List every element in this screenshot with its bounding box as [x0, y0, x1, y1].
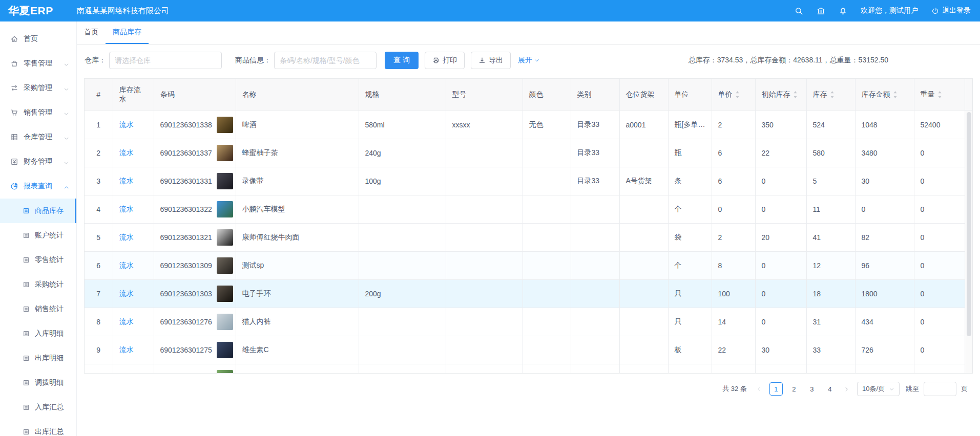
- vertical-scrollbar[interactable]: [965, 79, 972, 373]
- print-button[interactable]: 打印: [425, 52, 465, 69]
- column-header[interactable]: 库存金额: [855, 79, 914, 111]
- barcode-cell: 6901236301271: [154, 364, 236, 374]
- scrollbar-thumb[interactable]: [967, 112, 971, 336]
- flow-link[interactable]: 流水: [119, 120, 134, 128]
- price-cell: 100: [712, 279, 755, 308]
- row-index: 2: [85, 139, 113, 167]
- amount-cell: 726: [855, 336, 914, 364]
- scrollbar-track[interactable]: [965, 111, 972, 373]
- warehouse-select[interactable]: [109, 52, 222, 69]
- model-cell: [446, 167, 523, 195]
- pagination: 共 32 条123410条/页跳至页: [77, 374, 980, 396]
- stock-cell: 524: [806, 111, 855, 139]
- sidebar-subitem-inbound-summary[interactable]: 入库汇总: [0, 395, 76, 420]
- column-header[interactable]: 库存: [806, 79, 855, 111]
- shelf-cell: [619, 139, 668, 167]
- sidebar-subitem-purchase-stats[interactable]: 采购统计: [0, 272, 76, 297]
- sidebar-subitem-sales-stats[interactable]: 销售统计: [0, 297, 76, 321]
- sort-caret-icon[interactable]: [830, 91, 835, 99]
- price-value: 0: [718, 205, 722, 213]
- search-icon[interactable]: [795, 7, 803, 15]
- home-icon: [10, 35, 18, 43]
- pagination-page-2[interactable]: 2: [787, 382, 801, 396]
- shelf-value: A号货架: [626, 177, 652, 185]
- barcode-value: 6901236301303: [160, 290, 212, 298]
- table-row: 流水6901236301271: [85, 364, 965, 374]
- pagination-page-3[interactable]: 3: [805, 382, 819, 396]
- sidebar-item-sales[interactable]: 销售管理: [0, 100, 76, 125]
- stock-value: 12: [813, 261, 821, 270]
- sidebar-subitem-product-stock[interactable]: 商品库存: [0, 199, 76, 223]
- page-size-select[interactable]: 10条/页: [857, 382, 900, 396]
- sort-caret-icon[interactable]: [735, 91, 740, 99]
- chevron-down-icon: [889, 386, 894, 392]
- sidebar-subitem-retail-stats[interactable]: 零售统计: [0, 248, 76, 272]
- stock-cell: 41: [806, 223, 855, 251]
- tab-product-stock[interactable]: 商品库存: [106, 21, 149, 44]
- column-header[interactable]: 初始库存: [755, 79, 806, 111]
- sort-caret-icon[interactable]: [793, 91, 798, 99]
- pagination-page-4[interactable]: 4: [823, 382, 837, 396]
- sidebar-item-finance[interactable]: 财务管理: [0, 149, 76, 174]
- jump-page-input[interactable]: [924, 382, 956, 396]
- flow-link[interactable]: 流水: [119, 233, 134, 241]
- stock-value: 11: [813, 205, 821, 213]
- search-button[interactable]: 查 询: [385, 52, 419, 69]
- sidebar-subitem-inbound-detail[interactable]: 入库明细: [0, 321, 76, 346]
- bell-icon[interactable]: [839, 7, 847, 15]
- sidebar-item-purchase[interactable]: 采购管理: [0, 76, 76, 100]
- pagination-prev-button[interactable]: [754, 383, 765, 395]
- sidebar-item-home[interactable]: 首页: [0, 27, 76, 51]
- barcode-wrap: 6901236301303: [160, 286, 230, 302]
- sort-caret-icon[interactable]: [893, 91, 898, 99]
- pagination-page-1[interactable]: 1: [769, 382, 783, 396]
- flow-link[interactable]: 流水: [119, 345, 134, 354]
- tab-label: 首页: [84, 28, 98, 37]
- sidebar-subitem-account-stats[interactable]: 账户统计: [0, 223, 76, 248]
- row-index-value: 4: [96, 205, 100, 213]
- flow-link[interactable]: 流水: [119, 148, 134, 157]
- flow-link[interactable]: 流水: [119, 177, 134, 185]
- flow-link[interactable]: 流水: [119, 317, 134, 325]
- column-header[interactable]: 重量: [914, 79, 965, 111]
- logout-button[interactable]: 退出登录: [931, 6, 971, 15]
- column-header-label: 规格: [365, 90, 380, 98]
- download-icon: [478, 57, 486, 64]
- amount-cell: 0: [855, 195, 914, 223]
- sidebar-subitem-label: 入库明细: [35, 329, 64, 338]
- barcode-value: 6901236301276: [160, 318, 212, 326]
- initial-value: 22: [762, 149, 770, 157]
- unit-cell: 只: [668, 308, 712, 336]
- model-cell: [446, 336, 523, 364]
- table-row: 9流水6901236301275维生素C板2230337260: [85, 336, 965, 364]
- sidebar-subitem-transfer-detail[interactable]: 调拨明细: [0, 370, 76, 395]
- expand-toggle[interactable]: 展开: [518, 56, 540, 65]
- flow-cell: 流水: [113, 223, 154, 251]
- flow-link[interactable]: 流水: [119, 289, 134, 297]
- stock-cell: 5: [806, 167, 855, 195]
- column-header[interactable]: 单价: [712, 79, 755, 111]
- sidebar-item-retail[interactable]: 零售管理: [0, 51, 76, 76]
- chevron-down-icon: [64, 110, 69, 116]
- tab-home[interactable]: 首页: [77, 21, 106, 44]
- flow-link[interactable]: 流水: [119, 205, 134, 213]
- spec-cell: [359, 251, 446, 279]
- sidebar-subitem-outbound-detail[interactable]: 出库明细: [0, 346, 76, 370]
- column-header: 条码: [154, 79, 236, 111]
- barcode-cell: 6901236301322: [154, 195, 236, 223]
- initial-value: 0: [762, 261, 766, 270]
- sort-caret-icon[interactable]: [937, 91, 942, 99]
- row-index: 9: [85, 336, 113, 364]
- name-value: 康师傅红烧牛肉面: [242, 233, 300, 241]
- sidebar-subitem-outbound-summary[interactable]: 出库汇总: [0, 420, 76, 436]
- product-info-input[interactable]: [274, 52, 377, 69]
- export-button[interactable]: 导出: [471, 52, 511, 69]
- sidebar-item-warehouse[interactable]: 仓库管理: [0, 125, 76, 149]
- sidebar-item-reports[interactable]: 报表查询: [0, 174, 76, 199]
- bank-icon[interactable]: [817, 7, 825, 15]
- table-header-row: #库存流水条码名称规格型号颜色类别仓位货架单位单价初始库存库存库存金额重量: [85, 79, 965, 111]
- weight-value: 0: [921, 205, 925, 213]
- flow-link[interactable]: 流水: [119, 374, 134, 374]
- flow-link[interactable]: 流水: [119, 261, 134, 269]
- pagination-next-button[interactable]: [841, 383, 852, 395]
